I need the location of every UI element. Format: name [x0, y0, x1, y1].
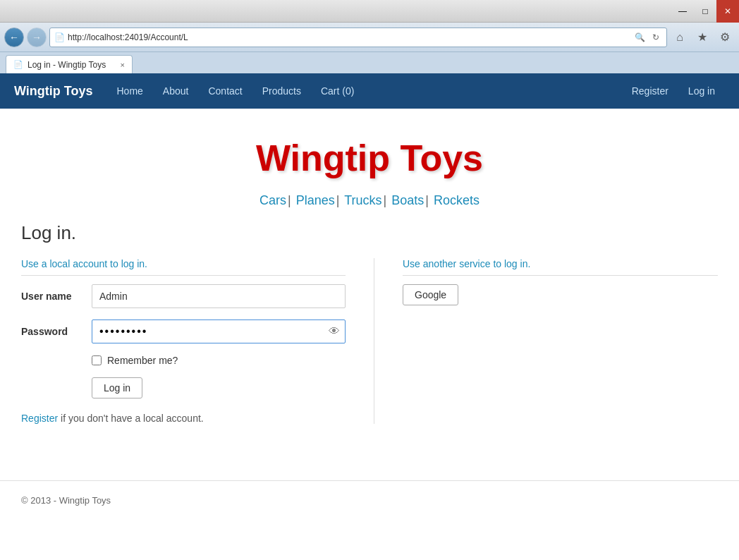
tab-bar: 📄 Log in - Wingtip Toys ×: [0, 52, 739, 73]
password-toggle-button[interactable]: 👁: [329, 325, 340, 338]
password-group: Password 👁: [21, 319, 346, 343]
remember-me-group: Remember me?: [21, 355, 346, 366]
browser-window: — □ ✕ ← → 📄 🔍 ↻ ⌂ ★ ⚙ 📄 Log in - Wingtip…: [0, 0, 739, 560]
address-bar-container: 📄 🔍 ↻: [49, 28, 667, 47]
register-text: Register if you don't have a local accou…: [21, 413, 346, 424]
nav-about[interactable]: About: [153, 73, 199, 109]
register-suffix: if you don't have a local account.: [61, 413, 204, 424]
username-group: User name: [21, 284, 346, 308]
maximize-button[interactable]: □: [694, 0, 716, 23]
password-wrapper: 👁: [92, 319, 346, 343]
login-layout: Use a local account to log in. User name…: [21, 258, 718, 424]
category-nav: Cars| Planes| Trucks| Boats| Rockets: [21, 186, 718, 222]
register-link[interactable]: Register: [21, 413, 58, 424]
nav-contact[interactable]: Contact: [198, 73, 252, 109]
category-trucks[interactable]: Trucks: [344, 193, 381, 207]
tab-close-button[interactable]: ×: [121, 61, 125, 69]
toolbar-icons: ⌂ ★ ⚙: [670, 28, 735, 47]
category-cars[interactable]: Cars: [259, 193, 286, 207]
sep-1: |: [288, 193, 291, 207]
category-boats[interactable]: Boats: [391, 193, 424, 207]
footer: © 2013 - Wingtip Toys: [0, 480, 739, 520]
password-label: Password: [21, 326, 92, 337]
nav-home[interactable]: Home: [107, 73, 153, 109]
nav-links: Home About Contact Products Cart (0): [107, 73, 622, 109]
nav-register[interactable]: Register: [622, 73, 678, 109]
title-bar-buttons: — □ ✕: [671, 0, 739, 23]
remember-me-checkbox[interactable]: [92, 355, 102, 365]
login-button[interactable]: Log in: [92, 377, 142, 398]
address-actions: 🔍 ↻: [632, 31, 662, 44]
nav-right: Register Log in: [622, 73, 725, 109]
nav-cart[interactable]: Cart (0): [311, 73, 364, 109]
page-content: Wingtip Toys Home About Contact Products…: [0, 73, 739, 560]
username-input[interactable]: [92, 284, 346, 308]
username-label: User name: [21, 291, 92, 302]
search-icon[interactable]: 🔍: [632, 31, 648, 44]
category-rockets[interactable]: Rockets: [434, 193, 480, 207]
login-local-section: Use a local account to log in. User name…: [21, 258, 346, 424]
remember-me-label[interactable]: Remember me?: [107, 355, 178, 366]
nav-login[interactable]: Log in: [678, 73, 725, 109]
refresh-icon[interactable]: ↻: [649, 31, 662, 44]
back-button[interactable]: ←: [4, 28, 24, 47]
settings-icon[interactable]: ⚙: [715, 28, 735, 47]
forward-button[interactable]: →: [27, 28, 47, 47]
address-input[interactable]: [68, 32, 629, 42]
password-input[interactable]: [92, 319, 346, 343]
title-bar: — □ ✕: [0, 0, 739, 23]
tab-favicon: 📄: [13, 60, 23, 69]
external-section-heading: Use another service to log in.: [403, 258, 718, 276]
site-brand: Wingtip Toys: [14, 84, 93, 99]
site-nav: Wingtip Toys Home About Contact Products…: [0, 73, 739, 109]
site-title: Wingtip Toys: [21, 123, 718, 186]
favorites-icon[interactable]: ★: [692, 28, 712, 47]
footer-text: © 2013 - Wingtip Toys: [21, 495, 111, 506]
tab-title: Log in - Wingtip Toys: [28, 60, 106, 70]
active-tab[interactable]: 📄 Log in - Wingtip Toys ×: [6, 55, 133, 73]
login-external-section: Use another service to log in. Google: [374, 258, 718, 424]
nav-products[interactable]: Products: [252, 73, 311, 109]
main-content: Wingtip Toys Cars| Planes| Trucks| Boats…: [0, 109, 739, 438]
address-favicon: 📄: [54, 32, 65, 42]
sep-3: |: [384, 193, 387, 207]
home-icon[interactable]: ⌂: [670, 28, 690, 47]
sep-2: |: [336, 193, 340, 207]
close-button[interactable]: ✕: [716, 0, 739, 23]
page-heading: Log in.: [21, 222, 718, 244]
sep-4: |: [425, 193, 429, 207]
google-login-button[interactable]: Google: [403, 284, 458, 305]
category-planes[interactable]: Planes: [296, 193, 335, 207]
browser-toolbar: ← → 📄 🔍 ↻ ⌂ ★ ⚙: [0, 23, 739, 52]
minimize-button[interactable]: —: [671, 0, 694, 23]
local-section-heading: Use a local account to log in.: [21, 258, 346, 276]
